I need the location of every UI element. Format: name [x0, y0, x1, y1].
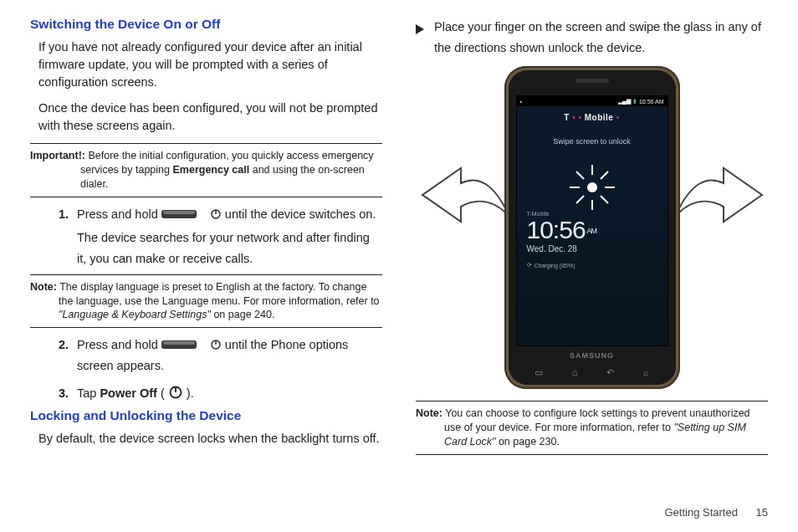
- step-text: Press and hold: [77, 338, 161, 351]
- phone-screen: ▪ ▂▄▆ ▮ 10:56 AM T • • Mobile • Swipe sc…: [516, 95, 668, 346]
- swipe-instruction: Swipe screen to unlock: [517, 137, 668, 146]
- divider: [416, 454, 768, 455]
- triangle-bullet-icon: [416, 20, 424, 58]
- back-key-icon: ↶: [606, 367, 614, 378]
- svg-line-17: [601, 196, 608, 203]
- phone-illustration: ▪ ▂▄▆ ▮ 10:56 AM T • • Mobile • Swipe sc…: [454, 66, 730, 389]
- language-note: Note: The display language is preset to …: [30, 280, 382, 323]
- divider: [30, 197, 382, 197]
- divider: [30, 143, 382, 144]
- note-text: on page 240.: [211, 309, 274, 320]
- svg-line-19: [576, 196, 584, 203]
- battery-icon: ▮: [633, 98, 637, 105]
- brand-label: SAMSUNG: [509, 351, 676, 360]
- note-text: The display language is preset to Englis…: [59, 281, 380, 307]
- power-key-icon: [161, 339, 207, 350]
- divider: [30, 327, 382, 328]
- status-left: ▪: [520, 99, 522, 105]
- step-number: 3.: [52, 383, 69, 404]
- carrier-logo: T • • Mobile •: [517, 113, 668, 122]
- important-label: Important!:: [30, 150, 85, 161]
- note-bold: Emergency call: [172, 164, 249, 176]
- power-off-icon: [168, 385, 183, 400]
- paragraph: By default, the device screen locks when…: [38, 430, 382, 448]
- step-3: 3. Tap Power Off ( ).: [52, 383, 382, 404]
- svg-line-18: [601, 171, 608, 179]
- clock-date: Wed. Dec. 28: [527, 244, 668, 253]
- note-text: on page 230.: [495, 436, 559, 448]
- swipe-left-arrow-icon: [419, 158, 511, 233]
- svg-rect-5: [163, 341, 195, 345]
- step-bold: Power Off: [100, 386, 156, 400]
- step-text: (: [157, 386, 168, 400]
- footer-section: Getting Started: [664, 506, 737, 519]
- step-text: ).: [183, 386, 194, 400]
- search-key-icon: ⌕: [643, 367, 649, 378]
- phone-body: ▪ ▂▄▆ ▮ 10:56 AM T • • Mobile • Swipe sc…: [504, 66, 680, 389]
- menu-key-icon: ▭: [535, 367, 543, 378]
- lock-clock: T-Mobile 10:56AM Wed. Dec. 28 ⟳ Charging…: [517, 211, 668, 269]
- note-label: Note:: [416, 407, 442, 419]
- heading-switching: Switching the Device On or Off: [30, 17, 382, 32]
- divider: [30, 274, 382, 275]
- touch-burst-icon: [563, 158, 622, 217]
- paragraph: If you have not already configured your …: [38, 38, 382, 91]
- note-reference: "Language & Keyboard Settings": [59, 309, 211, 320]
- step-2: 2. Press and hold until the Phone option…: [52, 335, 382, 376]
- step-text: Tap: [77, 386, 100, 400]
- power-symbol-icon: [210, 206, 222, 217]
- svg-point-11: [587, 182, 597, 192]
- swipe-right-arrow-icon: [673, 158, 765, 233]
- page-footer: Getting Started 15: [664, 506, 768, 519]
- power-symbol-icon: [210, 336, 222, 348]
- step-1: 1. Press and hold until the device switc…: [52, 204, 382, 269]
- bullet-item: Place your finger on the screen and swip…: [416, 17, 768, 58]
- bullet-text: Place your finger on the screen and swip…: [434, 17, 768, 58]
- left-column: Switching the Device On or Off If you ha…: [30, 17, 382, 460]
- step-number: 2.: [52, 335, 69, 376]
- nav-buttons: ▭ ⌂ ↶ ⌕: [509, 367, 676, 378]
- charging-icon: ⟳: [527, 262, 532, 269]
- lock-note: Note: You can choose to configure lock s…: [416, 407, 768, 449]
- svg-marker-10: [416, 24, 424, 34]
- paragraph: Once the device has been configured, you…: [38, 100, 382, 135]
- status-bar: ▪ ▂▄▆ ▮ 10:56 AM: [517, 96, 668, 106]
- status-time: 10:56 AM: [639, 99, 664, 105]
- note-label: Note:: [30, 281, 57, 293]
- charging-status: ⟳ Charging (85%): [527, 262, 668, 269]
- step-text: Press and hold: [77, 207, 161, 221]
- step-text: until the device switches on.: [225, 207, 376, 221]
- heading-locking: Locking and Unlocking the Device: [30, 408, 382, 423]
- step-number: 1.: [52, 204, 69, 269]
- charging-text: Charging (85%): [535, 263, 575, 269]
- important-note: Important!: Before the initial configura…: [30, 149, 382, 192]
- right-column: Place your finger on the screen and swip…: [416, 17, 768, 460]
- svg-rect-1: [163, 211, 195, 214]
- clock-ampm: AM: [587, 227, 597, 235]
- step-text: The device searches for your network and…: [77, 228, 382, 269]
- clock-time: 10:56: [527, 216, 586, 243]
- signal-icon: ▂▄▆: [618, 98, 631, 105]
- speaker-grille: [575, 79, 609, 83]
- footer-page-number: 15: [756, 506, 768, 519]
- home-key-icon: ⌂: [572, 367, 578, 378]
- power-key-icon: [161, 208, 207, 220]
- svg-line-16: [576, 171, 584, 179]
- divider: [416, 401, 768, 402]
